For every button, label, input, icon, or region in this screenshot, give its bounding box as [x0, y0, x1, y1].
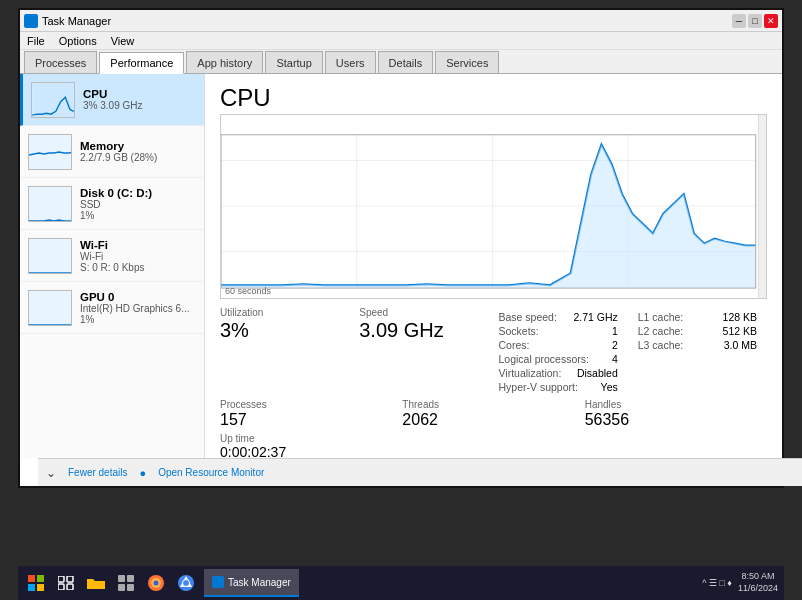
tab-processes[interactable]: Processes: [24, 51, 97, 73]
cpu-panel: CPU % Utilization Intel(R) Core(TM) i5-7…: [205, 74, 782, 458]
info-l3: L3 cache: 3.0 MB: [638, 339, 757, 351]
sidebar-item-wifi-info: Wi-Fi Wi-Fi S: 0 R: 0 Kbps: [80, 239, 196, 273]
taskbar-time: 8:50 AM: [738, 571, 778, 583]
threads-label: Threads: [402, 399, 574, 410]
utilization-stat-value: 3%: [220, 319, 349, 341]
tab-details[interactable]: Details: [378, 51, 434, 73]
svg-rect-18: [58, 576, 64, 582]
stats-row-3: Up time 0:00:02:37: [220, 433, 767, 458]
menu-view[interactable]: View: [108, 35, 138, 47]
main-content: CPU 3% 3.09 GHz Memory 2.2/7.9 GB (: [20, 74, 782, 458]
svg-rect-17: [37, 584, 44, 591]
tab-users[interactable]: Users: [325, 51, 376, 73]
firefox-button[interactable]: [144, 571, 168, 595]
info-hyperv: Hyper-V support: Yes: [499, 381, 618, 393]
sidebar-item-gpu[interactable]: GPU 0 Intel(R) HD Graphics 6... 1%: [20, 282, 204, 334]
sidebar-gpu-usage: 1%: [80, 314, 196, 325]
svg-rect-4: [29, 291, 72, 326]
title-bar-left: Task Manager: [24, 14, 111, 28]
sidebar-thumb-disk: [28, 186, 72, 222]
firefox-icon: [147, 574, 165, 592]
title-controls: ─ □ ✕: [732, 14, 778, 28]
chevron-down-icon: ⌄: [46, 466, 56, 480]
cpu-graph-area: % Utilization Intel(R) Core(TM) i5-7200U…: [220, 114, 767, 299]
sidebar-item-cpu[interactable]: CPU 3% 3.09 GHz: [20, 74, 204, 126]
chrome-button[interactable]: [174, 571, 198, 595]
file-explorer-button[interactable]: [84, 571, 108, 595]
lenovo-brand: Lenovo: [375, 495, 426, 509]
resource-monitor-icon: ●: [139, 467, 146, 479]
task-view-icon: [58, 576, 74, 590]
speed-stat-label: Speed: [359, 307, 488, 318]
sidebar-item-gpu-info: GPU 0 Intel(R) HD Graphics 6... 1%: [80, 291, 196, 325]
menu-file[interactable]: File: [24, 35, 48, 47]
svg-rect-21: [67, 584, 73, 590]
sidebar-item-disk[interactable]: Disk 0 (C: D:) SSD 1%: [20, 178, 204, 230]
l1-label: L1 cache:: [638, 311, 684, 323]
speed-block: Speed 3.09 GHz: [359, 307, 498, 395]
cores-label: Cores:: [499, 339, 530, 351]
close-button[interactable]: ✕: [764, 14, 778, 28]
info-base-speed: Base speed: 2.71 GHz: [499, 311, 618, 323]
info-l2: L2 cache: 512 KB: [638, 325, 757, 337]
handles-label: Handles: [585, 399, 757, 410]
60s-label: 60 seconds: [225, 286, 271, 296]
utilization-block: Utilization 3%: [220, 307, 359, 395]
sidebar-item-cpu-info: CPU 3% 3.09 GHz: [83, 88, 196, 111]
threads-value: 2062: [402, 411, 574, 429]
sidebar-thumb-memory: [28, 134, 72, 170]
tab-services[interactable]: Services: [435, 51, 499, 73]
folder-icon: [87, 576, 105, 590]
taskbar-task-manager-item[interactable]: Task Manager: [204, 569, 299, 597]
sidebar-item-wifi[interactable]: Wi-Fi Wi-Fi S: 0 R: 0 Kbps: [20, 230, 204, 282]
tab-startup[interactable]: Startup: [265, 51, 322, 73]
tab-app-history[interactable]: App history: [186, 51, 263, 73]
screen: Task Manager ─ □ ✕ File Options View Pro…: [18, 8, 784, 488]
svg-rect-0: [32, 83, 74, 117]
sidebar-thumb-cpu: [31, 82, 75, 118]
svg-rect-24: [118, 584, 125, 591]
svg-point-30: [183, 580, 190, 587]
taskbar-date: 11/6/2024: [738, 583, 778, 595]
tab-performance[interactable]: Performance: [99, 52, 184, 74]
info-virtualization: Virtualization: Disabled: [499, 367, 618, 379]
base-speed-label: Base speed:: [499, 311, 557, 323]
windows-logo-icon: [28, 575, 44, 591]
graph-scrollbar[interactable]: [758, 115, 766, 298]
sidebar-item-memory[interactable]: Memory 2.2/7.9 GB (28%): [20, 126, 204, 178]
start-button[interactable]: [24, 571, 48, 595]
stats-row-1: Utilization 3% Speed 3.09 GHz Base speed…: [220, 307, 767, 395]
apps-button[interactable]: [114, 571, 138, 595]
fewer-details-link[interactable]: Fewer details: [68, 467, 127, 478]
svg-rect-20: [58, 584, 64, 590]
stats-row-2: Processes 157 Threads 2062 Handles 56356: [220, 399, 767, 429]
handles-block: Handles 56356: [585, 399, 767, 429]
sidebar-item-disk-info: Disk 0 (C: D:) SSD 1%: [80, 187, 196, 221]
taskbar-clock: 8:50 AM 11/6/2024: [738, 571, 778, 594]
sidebar-gpu-name: GPU 0: [80, 291, 196, 303]
menu-options[interactable]: Options: [56, 35, 100, 47]
grid-icon: [118, 575, 134, 591]
sidebar-wifi-usage: S: 0 R: 0 Kbps: [80, 262, 196, 273]
sidebar-memory-name: Memory: [80, 140, 196, 152]
sidebar-disk-usage: 1%: [80, 210, 196, 221]
sidebar-thumb-gpu: [28, 290, 72, 326]
uptime-label: Up time: [220, 433, 757, 444]
open-resource-monitor-link[interactable]: Open Resource Monitor: [158, 467, 264, 478]
task-view-button[interactable]: [54, 571, 78, 595]
maximize-button[interactable]: □: [748, 14, 762, 28]
sidebar-disk-name: Disk 0 (C: D:): [80, 187, 196, 199]
sidebar-disk-detail: SSD: [80, 199, 196, 210]
minimize-button[interactable]: ─: [732, 14, 746, 28]
info-l1: L1 cache: 128 KB: [638, 311, 757, 323]
menu-bar: File Options View: [20, 32, 782, 50]
logical-value: 4: [612, 353, 618, 365]
svg-point-28: [154, 581, 159, 586]
svg-rect-25: [127, 584, 134, 591]
info-block: Base speed: 2.71 GHz Sockets: 1 Cores: 2: [499, 307, 768, 395]
svg-rect-3: [29, 239, 72, 274]
virt-value: Disabled: [577, 367, 618, 379]
info-grid: Base speed: 2.71 GHz Sockets: 1 Cores: 2: [499, 311, 758, 395]
l1-value: 128 KB: [723, 311, 757, 323]
l2-value: 512 KB: [723, 325, 757, 337]
